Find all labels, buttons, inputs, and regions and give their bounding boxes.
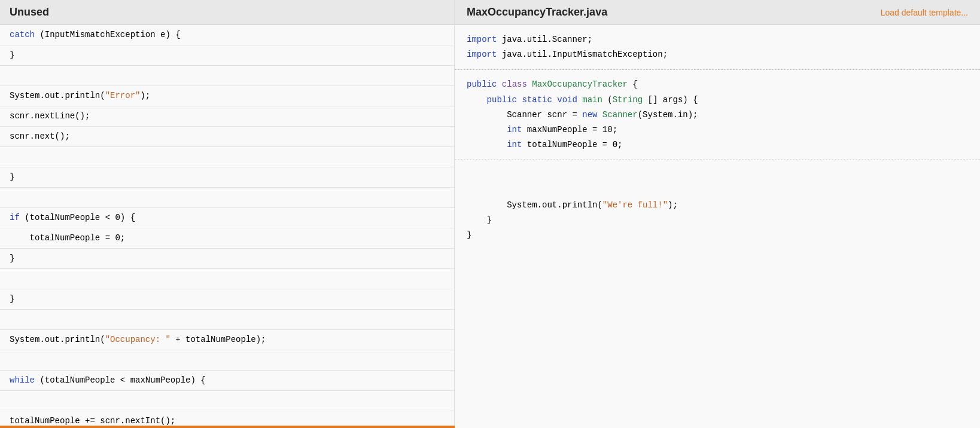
left-code-line: System.out.println("Error"); xyxy=(0,86,454,106)
right-code-line: public class MaxOccupancyTracker { xyxy=(467,77,968,92)
left-panel-title: Unused xyxy=(10,6,49,18)
right-code-line: import java.util.Scanner; xyxy=(467,32,968,47)
right-code-line: } xyxy=(467,213,968,228)
right-code-line: System.out.println("We're full!"); xyxy=(467,198,968,213)
left-code-line: totalNumPeople = 0; xyxy=(0,228,454,249)
left-code-line: catch (InputMismatchException e) { xyxy=(0,25,454,45)
right-code-block: System.out.println("We're full!"); }} xyxy=(455,160,980,250)
left-code-area[interactable]: catch (InputMismatchException e) {} Syst… xyxy=(0,25,454,428)
bottom-bar xyxy=(0,426,455,428)
left-code-line: System.out.println("Occupancy: " + total… xyxy=(0,330,454,350)
right-code-line: public static void main (String [] args)… xyxy=(467,93,968,108)
right-code-block: import java.util.Scanner;import java.uti… xyxy=(455,25,980,69)
left-header: Unused xyxy=(0,0,454,25)
left-panel: Unused catch (InputMismatchException e) … xyxy=(0,0,455,428)
left-code-line: } xyxy=(0,45,454,66)
left-code-line xyxy=(0,391,454,411)
left-code-line xyxy=(0,350,454,371)
left-code-line: while (totalNumPeople < maxNumPeople) { xyxy=(0,371,454,391)
left-code-line xyxy=(0,188,454,208)
right-panel-title: MaxOccupancyTracker.java xyxy=(467,6,607,19)
left-code-line xyxy=(0,147,454,167)
right-code-line: } xyxy=(467,228,968,243)
right-code-block: public class MaxOccupancyTracker { publi… xyxy=(455,70,980,160)
left-code-line: } xyxy=(0,289,454,310)
right-code-area[interactable]: import java.util.Scanner;import java.uti… xyxy=(455,25,980,428)
right-header: MaxOccupancyTracker.java Load default te… xyxy=(455,0,980,25)
left-code-line xyxy=(0,66,454,86)
left-code-line: if (totalNumPeople < 0) { xyxy=(0,208,454,228)
right-code-line: Scanner scnr = new Scanner(System.in); xyxy=(467,108,968,123)
left-code-line: scnr.next(); xyxy=(0,127,454,147)
right-code-line: int totalNumPeople = 0; xyxy=(467,137,968,152)
left-code-line: } xyxy=(0,167,454,188)
right-code-line: import java.util.InputMismatchException; xyxy=(467,47,968,62)
left-code-line: scnr.nextLine(); xyxy=(0,106,454,127)
left-code-line: } xyxy=(0,249,454,269)
right-code-line: int maxNumPeople = 10; xyxy=(467,123,968,137)
right-code-line xyxy=(467,183,968,198)
left-code-line xyxy=(0,310,454,330)
right-code-line xyxy=(467,167,968,182)
right-panel: MaxOccupancyTracker.java Load default te… xyxy=(455,0,980,428)
left-code-line xyxy=(0,269,454,289)
load-template-link[interactable]: Load default template... xyxy=(881,8,968,17)
